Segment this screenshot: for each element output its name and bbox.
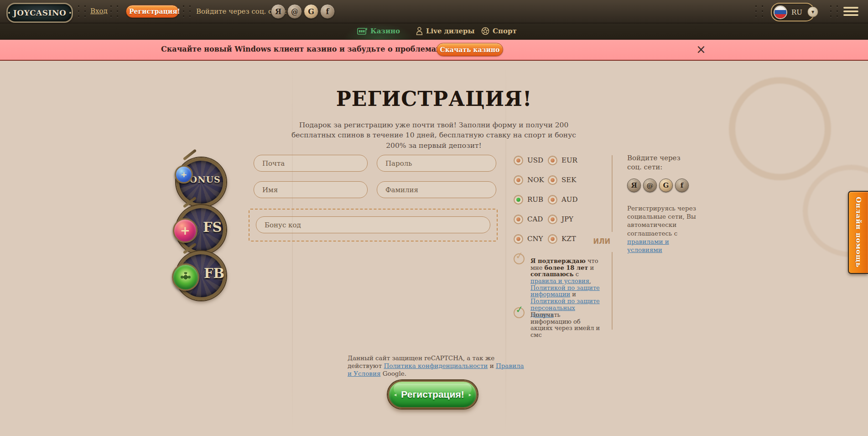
download-casino-button[interactable]: Скачать казино — [437, 43, 503, 56]
logo-dot — [69, 12, 71, 14]
terms-link[interactable]: правила и условия — [530, 278, 589, 284]
terms-checkbox[interactable]: ✓ — [514, 253, 525, 264]
radio-icon — [514, 195, 523, 205]
soccer-ball-icon — [481, 27, 489, 35]
google-icon[interactable]: G — [304, 4, 318, 19]
badge-label: FS — [203, 220, 222, 235]
promo-checkbox[interactable]: ✓ — [514, 307, 525, 318]
right-arrow-icon: ▸ — [469, 392, 472, 398]
freespins-orb-icon: + — [173, 218, 198, 243]
rivet-decoration — [830, 5, 838, 17]
currency-rub[interactable]: RUB — [514, 194, 548, 205]
page-subtitle: Подарок за регистрацию уже почти твой! З… — [286, 120, 582, 151]
google-icon[interactable]: G — [659, 179, 673, 192]
promo-optin-text: Получать информацию об акциях через имей… — [530, 312, 603, 339]
yandex-icon[interactable]: Я — [627, 179, 641, 192]
slot-machine-icon — [357, 27, 367, 35]
rivet-decoration — [110, 5, 118, 17]
mailru-icon[interactable]: @ — [287, 4, 302, 19]
privacy-policy-link[interactable]: Политика конфиденциальности — [384, 362, 488, 369]
currency-kzt[interactable]: KZT — [548, 234, 582, 244]
radio-icon — [548, 156, 557, 165]
badge-label: FB — [204, 266, 224, 281]
tab-sport[interactable]: Спорт — [481, 23, 517, 39]
lastname-input[interactable] — [377, 181, 496, 198]
paper-fold-decoration — [292, 60, 293, 436]
radio-icon — [514, 215, 523, 224]
radio-icon — [548, 195, 557, 205]
tab-label: Казино — [370, 27, 400, 35]
badge-bonus: + BONUS — [176, 158, 226, 207]
tab-live-dealers[interactable]: Live дилеры — [416, 23, 475, 39]
left-arrow-icon: ◂ — [394, 392, 397, 398]
rivet-decoration — [755, 5, 763, 17]
checkmark-icon: ✓ — [515, 250, 524, 262]
info-policy-link[interactable]: Политикой по защите информации — [530, 284, 600, 298]
password-input[interactable] — [377, 155, 496, 172]
social-signup-title: Войдите через соц. сети: — [627, 154, 691, 172]
currency-aud[interactable]: AUD — [548, 194, 582, 205]
freebet-ball-icon — [172, 263, 199, 291]
submit-registration-button[interactable]: ◂ Регистрация! ▸ — [388, 380, 478, 409]
yandex-icon[interactable]: Я — [271, 4, 286, 19]
radio-icon — [514, 156, 523, 165]
currency-cad[interactable]: CAD — [514, 214, 548, 224]
radio-icon — [548, 234, 557, 244]
firstname-input[interactable] — [254, 181, 368, 198]
radio-icon — [514, 234, 523, 244]
topbar-social-icons: Я @ G f — [271, 4, 335, 19]
login-link[interactable]: Вход — [90, 7, 108, 15]
terms-and-conditions-link[interactable]: правилами и условиями — [627, 238, 669, 253]
navbar: Казино Live дилеры Спорт — [0, 23, 868, 40]
social-signup-note: Регистрируясь через социальные сети, Вы … — [627, 204, 699, 254]
registration-page: РЕГИСТРАЦИЯ! Подарок за регистрацию уже … — [0, 60, 868, 436]
tab-label: Спорт — [493, 27, 517, 35]
tab-label: Live дилеры — [426, 27, 475, 35]
online-help-tab[interactable]: Онлайн помощь — [848, 191, 868, 274]
logo-text: JOYCASINO — [13, 8, 67, 17]
topbar: JOYCASINO Вход Регистрация! Войдите чере… — [0, 0, 868, 23]
social-signup-icons: Я @ G f — [627, 179, 689, 192]
currency-options: USD EUR NOK SEK RUB AUD CAD JPY CNY KZT — [514, 155, 582, 244]
divider — [612, 252, 613, 330]
currency-cny[interactable]: CNY — [514, 234, 548, 244]
tab-casino[interactable]: Казино — [357, 23, 400, 39]
terms-text: Я подтверждаю что мне более 18 лет и сог… — [530, 258, 600, 318]
currency-usd[interactable]: USD — [514, 155, 548, 165]
currency-jpy[interactable]: JPY — [548, 214, 582, 224]
russia-flag-icon — [774, 5, 787, 19]
online-help-label: Онлайн помощь — [854, 197, 863, 268]
language-code: RU — [791, 8, 802, 16]
download-banner: Скачайте новый Windows клиент казино и з… — [0, 39, 868, 61]
mailru-icon[interactable]: @ — [643, 179, 657, 192]
radio-icon — [548, 175, 557, 185]
badge-freespins: + FS — [176, 205, 226, 254]
paper-fold-decoration — [505, 60, 506, 436]
checkmark-icon: ✓ — [515, 304, 524, 315]
chevron-down-icon[interactable]: ▼ — [807, 6, 818, 17]
recaptcha-notice: Данный сайт защищен reCAPTCHA, а так же … — [348, 354, 525, 378]
dealer-person-icon — [416, 27, 423, 35]
menu-icon[interactable] — [843, 7, 858, 16]
facebook-icon[interactable]: f — [320, 4, 335, 19]
register-button[interactable]: Регистрация! — [126, 5, 179, 18]
badge-freebet: FB — [176, 251, 226, 300]
radio-icon — [548, 215, 557, 224]
logo-dot — [8, 12, 10, 14]
page-title: РЕГИСТРАЦИЯ! — [0, 87, 868, 110]
bonus-code-input[interactable] — [256, 216, 490, 233]
logo[interactable]: JOYCASINO — [6, 3, 73, 23]
bonus-orb-icon: + — [175, 165, 193, 184]
rivet-decoration — [78, 5, 86, 17]
email-input[interactable] — [254, 155, 368, 172]
page: JOYCASINO Вход Регистрация! Войдите чере… — [0, 0, 868, 436]
close-icon[interactable]: × — [694, 42, 708, 57]
facebook-icon[interactable]: f — [675, 179, 689, 192]
language-selector[interactable]: RU ▼ — [771, 3, 815, 21]
currency-sek[interactable]: SEK — [548, 175, 582, 185]
currency-eur[interactable]: EUR — [548, 155, 582, 165]
divider — [612, 155, 613, 232]
currency-nok[interactable]: NOK — [514, 175, 548, 185]
rivet-decoration — [183, 5, 191, 17]
radio-icon — [514, 175, 523, 185]
